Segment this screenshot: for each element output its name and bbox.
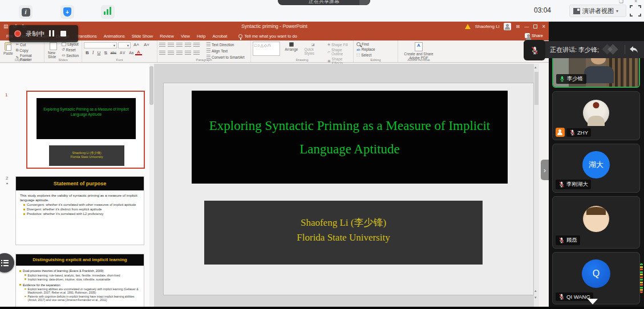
window-close-icon[interactable]: × [634,0,637,4]
mute-toggle-button[interactable] [524,40,545,60]
underline-button[interactable]: U [95,50,102,55]
tab-review[interactable]: Review [156,34,177,39]
ribbon-content: Paste ✂Cut ⧉Copy ✎Format Painter Clipboa… [0,40,549,63]
next-slide-button[interactable]: ▾ [534,295,537,300]
arrange-icon: ⬛ [289,42,294,47]
avatar [583,100,609,126]
increase-indent-button[interactable] [185,43,191,48]
shapes-gallery[interactable]: □○△◇/\ [253,42,280,56]
participant-name: QI WANG [566,294,590,300]
text-direction-button[interactable]: Text Direction [205,42,245,48]
copy-button[interactable]: ⧉Copy [15,47,42,53]
replace-icon: ab [357,48,361,51]
slide-canvas[interactable]: Exploring Syntactic Priming as a Measure… [164,83,533,295]
warning-icon[interactable] [465,24,471,29]
scroll-more-participants-icon[interactable] [588,299,598,304]
layout-label: Layout [67,42,79,46]
align-right-button[interactable] [176,51,183,56]
record-icon[interactable] [14,30,21,37]
ribbon-display-options-icon[interactable]: ⊞ [516,24,520,29]
strikethrough-button[interactable]: abc [109,51,118,55]
new-slide-button[interactable]: New Slide [46,42,60,59]
tab-help[interactable]: Help [193,34,209,39]
mic-muted-icon [530,46,539,55]
numbering-button[interactable] [168,43,174,48]
previous-slide-button[interactable]: ▴ [534,288,537,293]
screen-share-banner[interactable]: 正在共享屏幕 [278,0,370,5]
columns-button[interactable] [193,51,200,56]
minimize-button[interactable]: — [524,24,529,29]
align-center-button[interactable] [168,51,174,56]
slide-number-2: 2 [6,176,8,181]
slide-subtitle-box[interactable]: Shaofeng Li (李少锋) Florida State Universi… [204,201,483,265]
section-button[interactable]: ▭Section [60,52,80,58]
editor-scrollbar-thumb[interactable] [534,72,538,105]
reset-button[interactable]: ↺Reset [60,47,80,52]
restore-button[interactable] [533,25,537,29]
share-button[interactable]: Share [525,33,543,38]
participant-label: 李刚湖大 [556,180,591,189]
participant-tile-qiwang[interactable]: Q QI WANG [552,252,640,304]
scroll-up-icon[interactable]: ▴ [534,65,537,70]
change-case-button[interactable]: Aa [127,51,135,55]
speaker-view-button[interactable]: 演讲者视图 ▾ [569,5,626,17]
pause-recording-button[interactable] [49,29,56,39]
tab-acrobat[interactable]: Acrobat [209,34,230,39]
panel-scrollbar-thumb[interactable] [149,66,153,105]
italic-button[interactable]: I [91,50,96,55]
meeting-protection-button[interactable]: + [60,5,74,19]
speaker-view-label: 演讲者视图 [582,7,614,15]
sidebar-collapse-handle[interactable]: › [541,160,549,180]
close-button[interactable]: × [542,23,545,30]
slide-title-box[interactable]: Exploring Syntactic Priming as a Measure… [192,91,508,184]
slide-number-1: 1 [5,92,7,97]
select-button[interactable]: ⬚Select [355,52,396,58]
character-spacing-button[interactable]: AV [118,51,127,55]
tell-me-box[interactable]: Tell me what you want to do [238,34,297,39]
return-arrow-icon[interactable] [629,46,638,54]
shrink-font-button[interactable]: A˅ [142,42,151,48]
justify-button[interactable] [185,51,191,56]
quick-styles-button[interactable]: ◪Quick Styles [302,42,323,56]
arrange-button[interactable]: ⬛Arrange [283,42,299,52]
slide-thumbnail-1[interactable]: Exploring Syntactic Priming as a Measure… [26,91,145,169]
shape-outline-button[interactable]: ▱Shape Outline [326,47,351,56]
slide-thumbnail-2[interactable]: Statement of purpose This study explores… [15,176,144,245]
participant-tile-ligang[interactable]: 湖大 李刚湖大 [552,144,640,193]
cut-button[interactable]: ✂Cut [15,42,42,47]
grow-font-button[interactable]: A˄ [132,42,141,48]
tab-slide-show[interactable]: Slide Show [128,34,157,39]
line-spacing-button[interactable] [193,43,200,48]
font-size-combobox[interactable]: ▾ [118,42,131,48]
find-button[interactable]: Find [355,42,396,47]
text-shadow-button[interactable]: S [102,50,108,55]
fullscreen-button[interactable] [630,5,641,17]
replace-button[interactable]: abReplace [355,47,396,52]
participant-tile-zhy[interactable]: ZHY [552,91,640,140]
participant-label: 李少锋 [556,74,586,84]
font-name-combobox[interactable]: ▾ [84,42,117,48]
thumb2-title: Statement of purpose [16,177,144,190]
shape-fill-button[interactable]: ◈Shape Fill [326,42,351,47]
participant-tile-gulei[interactable]: 顾磊 [552,196,640,249]
bullets-button[interactable] [159,43,165,48]
decrease-indent-button[interactable] [176,43,183,48]
account-avatar[interactable] [504,23,511,30]
account-name[interactable]: Shaofeng Li [475,24,500,29]
meeting-info-button[interactable]: i [19,5,33,19]
font-color-button[interactable]: A [135,50,141,55]
section-label: Section [66,54,79,58]
text-direction-icon [206,42,210,47]
bold-button[interactable]: B [84,50,91,55]
layout-button[interactable]: Layout [60,42,80,47]
stop-recording-button[interactable] [60,31,66,36]
tab-animations[interactable]: Animations [100,34,128,39]
tab-view[interactable]: View [177,34,193,39]
align-text-button[interactable]: Align Text [205,48,245,54]
align-left-button[interactable] [159,51,165,56]
paste-label: Paste [3,51,13,55]
window-restore-icon[interactable]: ❏ [619,0,623,4]
chevron-down-icon: ▾ [616,9,618,14]
slide-thumbnail-3[interactable]: Distinguishing explicit and implicit lea… [15,254,144,307]
network-signal-button[interactable] [101,5,115,19]
